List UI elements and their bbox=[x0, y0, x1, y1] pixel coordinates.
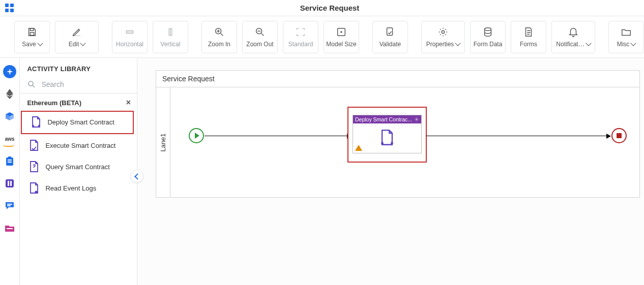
svg-rect-2 bbox=[5, 9, 9, 12]
properties-button[interactable]: Properties bbox=[421, 21, 465, 53]
title-bar: Service Request bbox=[0, 0, 644, 16]
rail-clipboard[interactable] bbox=[3, 154, 16, 168]
svg-point-13 bbox=[442, 30, 445, 34]
rail-chat[interactable] bbox=[3, 199, 16, 212]
gear-icon bbox=[437, 26, 449, 38]
validate-button[interactable]: Validate bbox=[372, 21, 408, 53]
node-body bbox=[353, 123, 421, 153]
toolbar: Save Edit Horizontal Vertical Zoom In Zo… bbox=[0, 16, 644, 58]
svg-rect-28 bbox=[6, 179, 14, 187]
activity-read-event-logs[interactable]: Read Event Logs bbox=[20, 178, 137, 199]
horizontal-button: Horizontal bbox=[112, 21, 148, 53]
model-size-button[interactable]: Model Size bbox=[324, 21, 359, 53]
svg-rect-4 bbox=[30, 28, 33, 30]
svg-point-14 bbox=[485, 27, 491, 30]
svg-rect-5 bbox=[30, 32, 34, 35]
apps-icon[interactable] bbox=[4, 3, 15, 14]
activity-library-title: ACTIVITY LIBRARY bbox=[20, 58, 137, 78]
svg-point-11 bbox=[340, 31, 342, 33]
search-input[interactable] bbox=[40, 80, 131, 89]
svg-rect-0 bbox=[5, 4, 9, 7]
svg-point-34 bbox=[28, 81, 33, 86]
svg-rect-26 bbox=[8, 160, 12, 161]
workflow-canvas-area: Service Request Lane1 Deploy Smart Contr… bbox=[137, 58, 644, 285]
nav-rail: aws bbox=[0, 58, 20, 285]
search-icon bbox=[27, 80, 36, 89]
svg-rect-25 bbox=[8, 156, 11, 159]
notifications-button[interactable]: Notificat… bbox=[551, 21, 595, 53]
end-node[interactable] bbox=[611, 128, 627, 143]
category-header: Ethereum (BETA) × bbox=[20, 93, 137, 110]
align-vertical-icon bbox=[165, 26, 176, 38]
svg-rect-1 bbox=[10, 4, 14, 7]
rail-folder[interactable] bbox=[3, 221, 16, 235]
collapse-sidebar-button[interactable] bbox=[130, 170, 143, 183]
misc-button[interactable]: Misc bbox=[608, 21, 644, 53]
svg-rect-32 bbox=[7, 205, 11, 206]
category-name: Ethereum (BETA) bbox=[27, 99, 81, 107]
database-icon bbox=[482, 26, 493, 38]
bell-icon bbox=[568, 26, 579, 38]
folder-icon bbox=[621, 26, 632, 38]
edge[interactable] bbox=[204, 136, 351, 136]
svg-rect-27 bbox=[8, 162, 12, 163]
activity-deploy-smart-contract[interactable]: Deploy Smart Contract bbox=[21, 111, 134, 134]
activity-query-smart-contract[interactable]: Query Smart Contract bbox=[20, 156, 137, 178]
zoom-out-button[interactable]: Zoom Out bbox=[242, 21, 278, 53]
document-icon bbox=[523, 26, 534, 38]
add-button[interactable] bbox=[3, 65, 16, 78]
doc-check-icon bbox=[28, 139, 40, 152]
edge[interactable] bbox=[426, 136, 610, 136]
pencil-icon bbox=[71, 26, 82, 38]
forms-button[interactable]: Forms bbox=[511, 21, 546, 53]
validate-icon bbox=[385, 26, 396, 38]
rail-box[interactable] bbox=[3, 110, 16, 123]
svg-rect-33 bbox=[7, 228, 13, 229]
svg-rect-31 bbox=[7, 204, 12, 205]
svg-rect-3 bbox=[10, 9, 14, 12]
form-data-button[interactable]: Form Data bbox=[470, 21, 506, 53]
close-icon[interactable]: × bbox=[126, 99, 131, 107]
svg-rect-12 bbox=[387, 27, 393, 35]
svg-rect-30 bbox=[10, 181, 12, 186]
svg-point-35 bbox=[35, 191, 38, 194]
lane: Lane1 Deploy Smart Contrac... bbox=[156, 87, 639, 197]
rail-ethereum[interactable] bbox=[3, 87, 16, 101]
node-title: Deploy Smart Contrac... bbox=[355, 116, 412, 122]
doc-dot-icon bbox=[28, 182, 40, 195]
canvas-title: Service Request bbox=[156, 71, 639, 87]
doc-arrows-icon bbox=[30, 116, 42, 129]
zoom-in-icon bbox=[214, 26, 225, 38]
fit-standard-icon bbox=[295, 26, 306, 38]
standard-button: Standard bbox=[283, 21, 318, 53]
zoom-in-button[interactable]: Zoom In bbox=[201, 21, 237, 53]
workflow-canvas[interactable]: Service Request Lane1 Deploy Smart Contr… bbox=[156, 70, 640, 198]
lane-label[interactable]: Lane1 bbox=[156, 87, 170, 197]
start-node[interactable] bbox=[189, 128, 204, 143]
arrow-icon bbox=[606, 134, 611, 139]
doc-question-icon bbox=[28, 161, 40, 174]
rail-aws[interactable]: aws bbox=[3, 132, 16, 145]
page-title: Service Request bbox=[15, 4, 644, 12]
save-button[interactable]: Save bbox=[14, 21, 50, 53]
edit-button[interactable]: Edit bbox=[55, 21, 99, 53]
gear-icon[interactable] bbox=[414, 117, 419, 122]
search-field[interactable] bbox=[20, 78, 137, 93]
vertical-button: Vertical bbox=[153, 21, 188, 53]
zoom-out-icon bbox=[254, 26, 266, 38]
align-horizontal-icon bbox=[124, 26, 135, 38]
rail-pause[interactable] bbox=[3, 177, 16, 190]
fit-model-icon bbox=[336, 26, 347, 38]
floppy-icon bbox=[26, 26, 38, 38]
warning-icon bbox=[355, 145, 362, 151]
task-node-deploy-smart-contract[interactable]: Deploy Smart Contrac... bbox=[347, 107, 427, 163]
activity-library-panel: ACTIVITY LIBRARY Ethereum (BETA) × Deplo… bbox=[20, 58, 137, 285]
svg-rect-29 bbox=[8, 181, 9, 186]
svg-point-36 bbox=[416, 119, 418, 120]
activity-execute-smart-contract[interactable]: Execute Smart Contract bbox=[20, 135, 137, 156]
